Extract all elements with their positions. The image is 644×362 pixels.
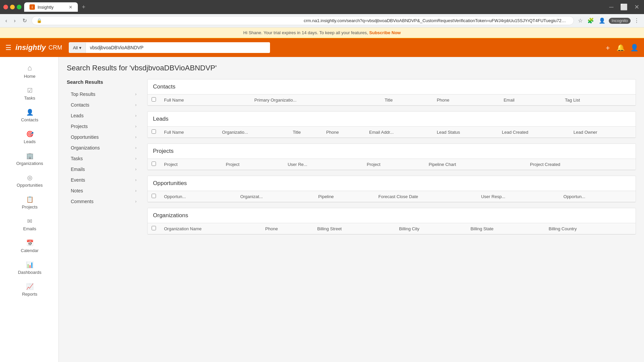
- chevron-right-icon: ›: [135, 92, 137, 97]
- window-controls: [3, 5, 21, 9]
- close-window-button[interactable]: [3, 5, 8, 9]
- minimize-icon[interactable]: ─: [608, 2, 615, 12]
- app-header: ☰ insightly CRM All ▾ ＋ 🔔 👤: [0, 38, 644, 57]
- maximize-window-button[interactable]: [17, 5, 21, 9]
- chevron-right-icon: ›: [135, 167, 137, 172]
- search-filter-button[interactable]: All ▾: [69, 43, 86, 53]
- nav-item-contacts[interactable]: Contacts ›: [67, 100, 141, 110]
- contacts-icon: 👤: [26, 109, 34, 116]
- organizations-section-header: Organizations: [148, 208, 636, 223]
- contacts-section: Contacts Full Name Primary Organizatio..…: [147, 79, 636, 106]
- subscribe-now-link[interactable]: Subscribe Now: [369, 30, 401, 35]
- projects-col-6: Project Created: [526, 159, 636, 170]
- nav-item-notes[interactable]: Notes ›: [67, 185, 141, 196]
- crm-text: CRM: [48, 44, 62, 51]
- nav-item-emails[interactable]: Emails ›: [67, 164, 141, 175]
- organizations-select-all[interactable]: [152, 226, 156, 230]
- minimize-window-button[interactable]: [10, 5, 15, 9]
- leads-section: Leads Full Name Organizatio... Title Pho…: [147, 111, 636, 138]
- projects-col-3: User Re...: [284, 159, 363, 170]
- notifications-icon[interactable]: 🔔: [616, 44, 625, 52]
- menu-icon[interactable]: ⋮: [633, 16, 641, 25]
- profile-icon[interactable]: 👤: [597, 16, 607, 25]
- organizations-table: Organization Name Phone Billing Street B…: [148, 223, 636, 234]
- tab-close-button[interactable]: ✕: [69, 5, 72, 10]
- search-layout: Search Results Top Results › Contacts › …: [67, 79, 636, 240]
- opportunities-select-all[interactable]: [152, 194, 156, 198]
- contacts-col-email: Email: [499, 95, 561, 106]
- close-icon[interactable]: ✕: [633, 2, 641, 12]
- nav-item-comments[interactable]: Comments ›: [67, 196, 141, 207]
- contacts-table-header-row: Full Name Primary Organizatio... Title P…: [148, 95, 636, 106]
- browser-nav: ‹ › ↻ 🔒 crm.na1.insightly.com/search?q=v…: [0, 14, 644, 27]
- leads-table: Full Name Organizatio... Title Phone Ema…: [148, 127, 636, 138]
- search-input[interactable]: [86, 42, 270, 53]
- trial-banner: Hi Shane. Your trial expires in 14 days.…: [0, 27, 644, 38]
- contacts-col-tags: Tag List: [561, 95, 636, 106]
- chevron-right-icon: ›: [135, 188, 137, 193]
- new-tab-button[interactable]: +: [79, 2, 88, 12]
- leads-icon: 🎯: [26, 130, 34, 138]
- leads-col-fullname: Full Name: [160, 127, 218, 138]
- nav-item-top-results[interactable]: Top Results ›: [67, 89, 141, 100]
- browser-nav-right: ☆ 🧩 👤 Incognito ⋮: [577, 16, 641, 25]
- hamburger-menu-icon[interactable]: ☰: [5, 44, 11, 52]
- projects-section: Projects Project Project User Re... Proj…: [147, 143, 636, 170]
- leads-col-title: Title: [289, 127, 322, 138]
- leads-col-created: Lead Created: [498, 127, 570, 138]
- sidebar-item-emails[interactable]: ✉ Emails: [0, 214, 58, 235]
- add-button-icon[interactable]: ＋: [604, 43, 611, 52]
- dashboards-icon: 📊: [26, 261, 34, 268]
- org-col-name: Organization Name: [160, 223, 261, 234]
- forward-button[interactable]: ›: [12, 16, 17, 25]
- projects-table-header-row: Project Project User Re... Project Pipel…: [148, 159, 636, 170]
- nav-item-leads[interactable]: Leads ›: [67, 110, 141, 121]
- sidebar-item-organizations[interactable]: 🏢 Organizations: [0, 148, 58, 170]
- nav-item-events[interactable]: Events ›: [67, 175, 141, 185]
- nav-item-organizations[interactable]: Organizations ›: [67, 142, 141, 153]
- projects-checkbox-col: [148, 159, 160, 170]
- sidebar-item-home[interactable]: ⌂ Home: [0, 60, 58, 83]
- sidebar-item-leads[interactable]: 🎯 Leads: [0, 126, 58, 148]
- nav-item-projects[interactable]: Projects ›: [67, 121, 141, 132]
- tab-title: Insightly: [38, 5, 54, 10]
- opp-col-1: Opportun...: [160, 191, 236, 202]
- sidebar-item-reports[interactable]: 📈 Reports: [0, 279, 58, 301]
- projects-table: Project Project User Re... Project Pipel…: [148, 159, 636, 170]
- contacts-select-all[interactable]: [152, 97, 156, 102]
- user-profile-icon[interactable]: 👤: [630, 44, 639, 52]
- active-tab[interactable]: i Insightly ✕: [24, 2, 78, 12]
- sidebar-item-calendar[interactable]: 📅 Calendar: [0, 235, 58, 257]
- sidebar-item-tasks[interactable]: ☑ Tasks: [0, 83, 58, 105]
- contacts-table: Full Name Primary Organizatio... Title P…: [148, 95, 636, 106]
- org-col-state: Billing State: [467, 223, 545, 234]
- leads-col-email: Email Addr...: [365, 127, 433, 138]
- address-text: crm.na1.insightly.com/search?q=vbsdjbvoa…: [304, 18, 569, 23]
- projects-col-4: Project: [363, 159, 425, 170]
- leads-col-owner: Lead Owner: [570, 127, 636, 138]
- global-search-bar: All ▾: [69, 42, 270, 53]
- opp-col-2: Organizat...: [236, 191, 314, 202]
- back-button[interactable]: ‹: [3, 16, 9, 25]
- right-panel: Contacts Full Name Primary Organizatio..…: [147, 79, 636, 240]
- sidebar-item-opportunities[interactable]: ◎ Opportunities: [0, 170, 58, 192]
- sidebar-item-contacts[interactable]: 👤 Contacts: [0, 105, 58, 126]
- leads-table-header-row: Full Name Organizatio... Title Phone Ema…: [148, 127, 636, 138]
- chevron-right-icon: ›: [135, 156, 137, 161]
- address-bar[interactable]: 🔒 crm.na1.insightly.com/search?q=vbsdjbv…: [32, 16, 574, 25]
- nav-item-tasks[interactable]: Tasks ›: [67, 153, 141, 164]
- chevron-right-icon: ›: [135, 103, 137, 107]
- sidebar-item-projects[interactable]: 📋 Projects: [0, 192, 58, 214]
- refresh-button[interactable]: ↻: [20, 16, 29, 25]
- projects-col-2: Project: [222, 159, 283, 170]
- leads-select-all[interactable]: [152, 129, 156, 134]
- sidebar-item-dashboards[interactable]: 📊 Dashboards: [0, 257, 58, 279]
- bookmarks-icon[interactable]: ☆: [577, 16, 584, 25]
- organizations-checkbox-col: [148, 223, 160, 234]
- contacts-col-fullname: Full Name: [160, 95, 250, 106]
- extensions-icon[interactable]: 🧩: [586, 16, 595, 25]
- nav-item-opportunities[interactable]: Opportunities ›: [67, 132, 141, 142]
- restore-icon[interactable]: ⬜: [619, 2, 629, 12]
- projects-select-all[interactable]: [152, 162, 156, 166]
- tasks-icon: ☑: [27, 87, 33, 94]
